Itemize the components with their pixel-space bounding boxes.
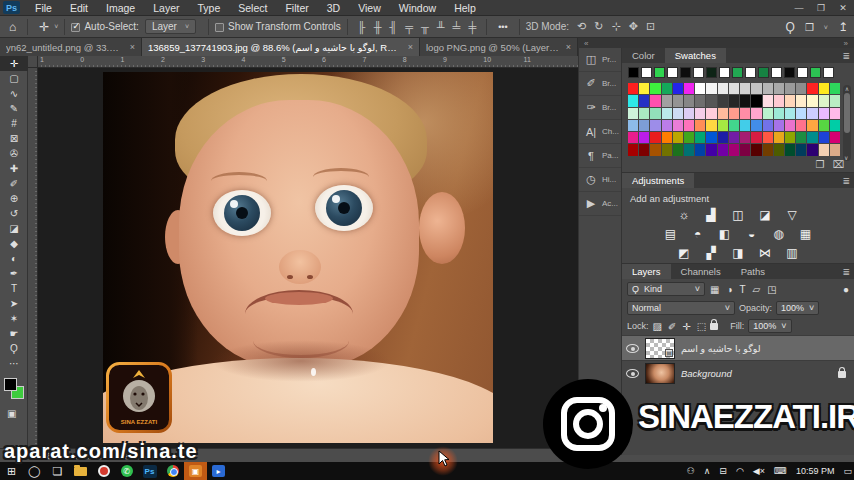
auto-select-checkbox[interactable] [71,23,80,32]
menu-item[interactable]: Filter [276,0,317,16]
document-tab-1[interactable]: yn62_untitled.png @ 33.3% (RGB/8)... × [0,38,142,56]
baby-photo[interactable]: SINA EZZATI [103,72,493,443]
network-icon[interactable]: ◠ [736,466,744,476]
swatch[interactable] [718,144,728,155]
horizontal-ruler[interactable]: 101234567891011 [38,56,578,68]
3d-mode-button[interactable]: ⟲ [573,20,590,33]
swatch[interactable] [796,144,806,155]
swatch[interactable] [771,67,782,78]
collapse-dock-icon[interactable]: « [584,39,588,48]
cortana-search-button[interactable]: ◯ [23,462,46,480]
swatch[interactable] [830,83,840,94]
layer-filter-icon[interactable]: T [740,284,746,295]
layer-filter-icon[interactable]: ▦ [710,284,719,295]
swatch[interactable] [830,120,840,131]
swatch[interactable] [718,132,728,143]
swatch[interactable] [639,108,649,119]
close-icon[interactable]: × [130,42,135,52]
swatch[interactable] [785,120,795,131]
history-brush-tool[interactable]: ↺ [0,206,28,221]
swatch[interactable] [830,108,840,119]
swatch[interactable] [819,108,829,119]
swatch[interactable] [784,67,795,78]
layer-thumbnail[interactable] [645,363,675,384]
swatch[interactable] [751,120,761,131]
video-app-button[interactable]: ▸ [207,462,230,480]
swatch[interactable] [673,108,683,119]
swatch[interactable] [819,83,829,94]
hand-tool[interactable]: ☛ [0,326,28,341]
chrome-button[interactable] [161,462,184,480]
swatch[interactable] [628,95,638,106]
swatch[interactable] [729,83,739,94]
gradient-tool[interactable]: ◆ [0,236,28,251]
blend-mode-dropdown[interactable]: Normal˅ [627,301,735,315]
delete-swatch-icon[interactable]: ⌧ [832,159,844,170]
swatch[interactable] [740,108,750,119]
swatch[interactable] [796,132,806,143]
panel-icon-properties[interactable]: ◫Pr... [579,48,621,72]
swatch[interactable] [729,132,739,143]
layer-filter-icon[interactable]: ▱ [753,284,761,295]
swatch[interactable] [706,120,716,131]
menu-item[interactable]: Type [188,0,229,16]
swatch[interactable] [740,95,750,106]
swatch[interactable] [807,144,817,155]
swatch[interactable] [639,120,649,131]
swatch[interactable] [763,144,773,155]
adjustment-icon[interactable]: ◫ [729,208,747,223]
swatch[interactable] [763,132,773,143]
swatch[interactable] [695,120,705,131]
swatch[interactable] [650,83,660,94]
swatch[interactable] [628,120,638,131]
3d-mode-button[interactable]: ⊡ [642,20,659,33]
close-icon[interactable]: × [408,42,413,52]
type-tool[interactable]: T [0,281,28,296]
menu-item[interactable]: File [26,0,61,16]
swatch[interactable] [751,95,761,106]
minimize-button[interactable]: — [788,0,810,15]
swatch[interactable] [654,67,665,78]
edit-toolbar-button[interactable]: ⋯ [0,356,28,371]
swatch[interactable] [819,144,829,155]
swatch[interactable] [807,132,817,143]
swatch[interactable] [763,83,773,94]
swatch[interactable] [673,132,683,143]
swatch[interactable] [732,67,743,78]
screen-mode-button[interactable]: ▣ [7,408,16,419]
swatch[interactable] [628,132,638,143]
eyedropper-tool[interactable]: ✇ [0,146,28,161]
chevron-down-icon[interactable]: ˅ [824,24,828,31]
3d-mode-button[interactable]: ✥ [625,20,642,33]
swatch[interactable] [628,108,638,119]
swatch[interactable] [706,132,716,143]
swatch[interactable] [819,132,829,143]
swatch[interactable] [740,120,750,131]
adjustment-icon[interactable]: ◨ [729,246,747,261]
swatch[interactable] [639,83,649,94]
swatch[interactable] [662,144,672,155]
swatch[interactable] [641,67,652,78]
swatch[interactable] [751,83,761,94]
swatch[interactable] [729,120,739,131]
swatch[interactable] [745,67,756,78]
menu-item[interactable]: Layer [144,0,188,16]
swatch[interactable] [693,67,704,78]
layer-row-logo[interactable]: ▤ لوگو با حاشیه و اسم [622,335,854,360]
swatch[interactable] [718,120,728,131]
adjustment-icon[interactable]: ▥ [783,246,801,261]
zoom-tool[interactable]: Ϙ [0,341,28,356]
swatch[interactable] [650,120,660,131]
new-swatch-icon[interactable]: ❐ [816,159,825,170]
swatch[interactable] [706,83,716,94]
swatch[interactable] [729,95,739,106]
align-button[interactable]: ╧ [449,21,465,33]
swatch[interactable] [763,95,773,106]
crop-tool[interactable]: # [0,116,28,131]
swatch[interactable] [628,67,639,78]
swatch[interactable] [797,67,808,78]
swatch[interactable] [774,132,784,143]
panel-menu-icon[interactable]: ≣ [842,51,850,61]
eraser-tool[interactable]: ◪ [0,221,28,236]
swatch[interactable] [680,67,691,78]
